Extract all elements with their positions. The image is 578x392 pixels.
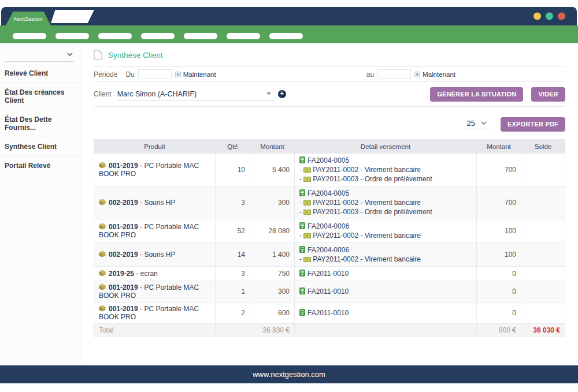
solde-cell bbox=[521, 267, 565, 281]
periode-filter-row: Période Du Maintenant au Maintenant bbox=[94, 66, 565, 82]
sidebar-item-relev-client[interactable]: Relevé Client bbox=[0, 64, 80, 83]
qty-cell: 1 bbox=[216, 281, 250, 303]
nav-pill[interactable] bbox=[141, 33, 175, 39]
table-row: 2019-25 - ecran3750FA2011-00100 bbox=[94, 267, 565, 281]
window-dot-yellow[interactable] bbox=[533, 13, 541, 20]
product-code: 001-2019 bbox=[109, 223, 138, 231]
footer-url[interactable]: www.nextgestion.com bbox=[253, 370, 325, 379]
product-code: 002-2019 bbox=[109, 251, 138, 259]
package-icon bbox=[99, 305, 106, 312]
chevron-down-icon bbox=[67, 53, 73, 57]
clear-button[interactable]: VIDER bbox=[531, 87, 565, 102]
qty-cell: 2 bbox=[216, 303, 250, 324]
table-header-row: ProduitQtéMontantDetail versementMontant… bbox=[94, 140, 565, 154]
date-to-input[interactable] bbox=[377, 69, 411, 79]
add-client-button[interactable]: + bbox=[278, 90, 286, 98]
amount-cell: 300 bbox=[250, 186, 295, 219]
payment-link[interactable]: PAY2011-0003 - Ordre de prélèvement bbox=[313, 175, 432, 183]
total-solde: 36 030 € bbox=[521, 324, 565, 337]
nav-pill[interactable] bbox=[227, 33, 260, 39]
payment-detail-cell: FA2004-0006- PAY2011-0002 - Virement ban… bbox=[295, 243, 477, 267]
solde-cell bbox=[521, 186, 565, 219]
table-row: 001-2019 - PC Portable MAC BOOK PRO105 4… bbox=[94, 154, 565, 186]
client-label: Client bbox=[94, 90, 112, 98]
package-icon bbox=[99, 199, 106, 206]
solde-cell bbox=[521, 154, 565, 186]
column-header: Detail versement bbox=[295, 140, 477, 154]
table-row: 001-2019 - PC Portable MAC BOOK PRO5228 … bbox=[94, 219, 565, 243]
date-to-now-link[interactable]: Maintenant bbox=[414, 71, 455, 78]
window-dot-teal[interactable] bbox=[546, 13, 553, 20]
qty-cell: 10 bbox=[216, 154, 250, 186]
package-icon bbox=[99, 162, 106, 169]
nav-pill[interactable] bbox=[98, 33, 132, 39]
sidebar-item-synth-se-client[interactable]: Synthèse Client bbox=[0, 137, 80, 156]
table-row: 001-2019 - PC Portable MAC BOOK PRO2600F… bbox=[94, 303, 565, 324]
payment-link[interactable]: PAY2011-0002 - Virement bancaire bbox=[313, 166, 421, 174]
page-size-select[interactable]: 25 bbox=[465, 119, 489, 129]
page-title: Synthèse Client bbox=[108, 51, 163, 59]
nav-pill[interactable] bbox=[13, 33, 46, 39]
payment-detail-cell: FA2011-0010 bbox=[295, 267, 477, 281]
calendar-icon bbox=[414, 72, 420, 77]
payment-link[interactable]: PAY2011-0002 - Virement bancaire bbox=[313, 199, 421, 207]
nav-pill[interactable] bbox=[269, 33, 303, 39]
brand-label: NextGestion bbox=[14, 16, 43, 22]
date-to-group: au Maintenant bbox=[366, 69, 455, 79]
product-cell: 002-2019 - Souris HP bbox=[94, 243, 216, 267]
banknote-icon bbox=[303, 233, 311, 238]
qty-cell: 3 bbox=[216, 267, 250, 281]
generate-situation-button[interactable]: GÉNÉRER LA SITUATION bbox=[430, 87, 523, 102]
total-amount: 36 830 € bbox=[250, 324, 295, 337]
column-header: Produit bbox=[94, 140, 216, 154]
sidebar-dropdown[interactable] bbox=[5, 48, 74, 62]
payment-amount-cell: 700 bbox=[477, 186, 521, 219]
nav-pill[interactable] bbox=[55, 33, 89, 39]
payment-detail-cell: FA2004-0006- PAY2011-0002 - Virement ban… bbox=[295, 219, 477, 243]
invoice-link[interactable]: FA2004-0005 bbox=[307, 156, 349, 165]
brand-tab[interactable]: NextGestion bbox=[6, 12, 51, 25]
window-dot-red[interactable] bbox=[558, 13, 565, 20]
chevron-down-icon bbox=[266, 92, 271, 95]
product-cell: 001-2019 - PC Portable MAC BOOK PRO bbox=[94, 281, 216, 303]
invoice-icon bbox=[299, 309, 305, 316]
main-panel: Synthèse Client Période Du Maintenant au bbox=[80, 43, 578, 365]
table-total-row: Total36 830 €800 €36 030 € bbox=[94, 324, 565, 337]
synthese-table: ProduitQtéMontantDetail versementMontant… bbox=[94, 139, 565, 337]
banknote-icon bbox=[303, 177, 311, 182]
table-row: 002-2019 - Souris HP141 400FA2004-0006- … bbox=[94, 243, 565, 267]
product-cell: 001-2019 - PC Portable MAC BOOK PRO bbox=[94, 303, 216, 324]
client-select[interactable]: Marc Simon (A-CHARIF) bbox=[117, 87, 273, 101]
product-code: 001-2019 bbox=[109, 283, 138, 292]
qty-cell: 3 bbox=[216, 186, 250, 219]
payment-link[interactable]: PAY2011-0002 - Virement bancaire bbox=[313, 232, 421, 240]
date-from-input[interactable] bbox=[138, 69, 172, 79]
product-name: ecran bbox=[140, 270, 158, 278]
invoice-link[interactable]: FA2011-0010 bbox=[307, 288, 349, 296]
content-area: Relevé ClientÉtat Des créances ClientÉta… bbox=[0, 43, 578, 365]
sidebar-item-portail-relev[interactable]: Portail Relevé bbox=[0, 156, 80, 175]
invoice-link[interactable]: FA2004-0006 bbox=[307, 222, 349, 230]
product-cell: 002-2019 - Souris HP bbox=[94, 186, 216, 219]
payment-link[interactable]: PAY2011-0002 - Virement bancaire bbox=[313, 255, 421, 263]
invoice-link[interactable]: FA2004-0006 bbox=[307, 246, 349, 254]
amount-cell: 750 bbox=[250, 267, 295, 281]
payment-link[interactable]: PAY2011-0003 - Ordre de prélèvement bbox=[313, 208, 432, 216]
nav-pill[interactable] bbox=[184, 33, 217, 39]
export-pdf-button[interactable]: EXPORTER PDF bbox=[501, 117, 565, 132]
sidebar-item-tat-des-dette-fournis[interactable]: État Des Dette Fournis... bbox=[0, 110, 80, 137]
package-icon bbox=[99, 223, 106, 230]
invoice-link[interactable]: FA2004-0005 bbox=[307, 189, 349, 197]
invoice-link[interactable]: FA2011-0010 bbox=[307, 309, 349, 317]
banknote-icon bbox=[303, 200, 311, 206]
payment-amount-cell: 0 bbox=[477, 281, 521, 303]
qty-cell: 52 bbox=[216, 219, 250, 243]
au-label: au bbox=[366, 70, 374, 79]
sidebar-menu: Relevé ClientÉtat Des créances ClientÉta… bbox=[0, 64, 80, 175]
sidebar-item-tat-des-cr-ances-client[interactable]: État Des créances Client bbox=[0, 83, 80, 110]
date-from-now-link[interactable]: Maintenant bbox=[175, 71, 216, 78]
amount-cell: 5 400 bbox=[250, 154, 295, 186]
invoice-icon bbox=[299, 270, 305, 277]
invoice-link[interactable]: FA2011-0010 bbox=[307, 270, 349, 278]
amount-cell: 600 bbox=[250, 303, 295, 324]
